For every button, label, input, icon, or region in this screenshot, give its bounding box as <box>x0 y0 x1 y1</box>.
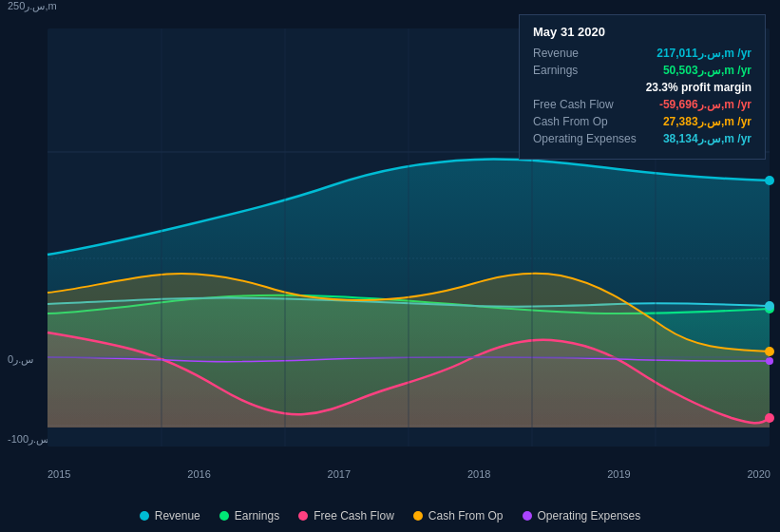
profit-margin-value: 23.3% profit margin <box>646 81 751 94</box>
x-label-2020: 2020 <box>747 468 770 480</box>
svg-point-7 <box>765 301 774 311</box>
fcf-value: -59,696س.ر,m /yr <box>659 98 751 111</box>
tooltip-fcf-row: Free Cash Flow -59,696س.ر,m /yr <box>533 98 751 111</box>
earnings-dot <box>219 511 229 521</box>
fcf-label: Free Cash Flow <box>533 98 637 111</box>
x-label-2016: 2016 <box>187 468 210 480</box>
legend-fcf[interactable]: Free Cash Flow <box>298 509 394 522</box>
earnings-legend-label: Earnings <box>235 509 279 522</box>
cashfromop-value: 27,383س.ر,m /yr <box>663 115 751 128</box>
x-axis: 2015 2016 2017 2018 2019 2020 <box>48 468 770 480</box>
legend-revenue[interactable]: Revenue <box>140 509 200 522</box>
revenue-label: Revenue <box>533 47 637 60</box>
legend-earnings[interactable]: Earnings <box>219 509 279 522</box>
legend-opex[interactable]: Operating Expenses <box>523 509 641 522</box>
x-label-2019: 2019 <box>607 468 630 480</box>
tooltip-date: May 31 2020 <box>533 25 751 39</box>
revenue-dot <box>140 511 149 521</box>
opex-legend-label: Operating Expenses <box>538 509 641 522</box>
cashfromop-legend-label: Cash From Op <box>428 509 504 522</box>
revenue-value: 217,011س.ر,m /yr <box>656 47 751 60</box>
fcf-legend-label: Free Cash Flow <box>314 509 394 522</box>
svg-point-10 <box>766 357 773 365</box>
cashfromop-dot <box>413 511 423 521</box>
tooltip-box: May 31 2020 Revenue 217,011س.ر,m /yr Ear… <box>519 14 766 160</box>
opex-value: 38,134س.ر,m /yr <box>663 132 751 145</box>
cashfromop-label: Cash From Op <box>533 115 637 128</box>
fcf-dot <box>298 511 308 521</box>
tooltip-opex-row: Operating Expenses 38,134س.ر,m /yr <box>533 132 751 145</box>
revenue-legend-label: Revenue <box>155 509 200 522</box>
x-label-2018: 2018 <box>467 468 490 480</box>
chart-legend: Revenue Earnings Free Cash Flow Cash Fro… <box>0 509 780 522</box>
x-label-2017: 2017 <box>328 468 351 480</box>
legend-cashfromop[interactable]: Cash From Op <box>413 509 504 522</box>
earnings-value: 50,503س.ر,m /yr <box>663 64 751 77</box>
tooltip-cashfromop-row: Cash From Op 27,383س.ر,m /yr <box>533 115 751 128</box>
opex-dot <box>523 511 532 521</box>
tooltip-profit-margin-row: 23.3% profit margin <box>533 81 751 94</box>
chart-container: May 31 2020 Revenue 217,011س.ر,m /yr Ear… <box>0 0 780 532</box>
svg-point-5 <box>765 176 774 185</box>
tooltip-earnings-row: Earnings 50,503س.ر,m /yr <box>533 64 751 77</box>
svg-point-9 <box>765 413 774 423</box>
opex-label: Operating Expenses <box>533 132 637 145</box>
x-label-2015: 2015 <box>48 468 70 480</box>
earnings-label: Earnings <box>533 64 637 77</box>
tooltip-revenue-row: Revenue 217,011س.ر,m /yr <box>533 47 751 60</box>
svg-point-8 <box>765 347 774 356</box>
